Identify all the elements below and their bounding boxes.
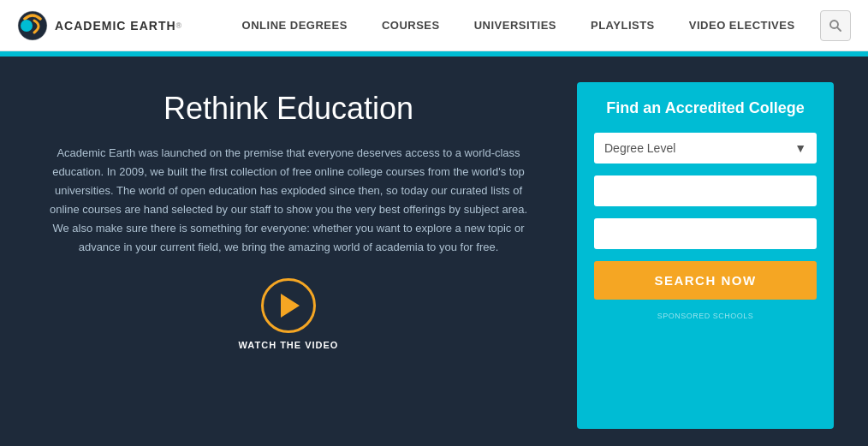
- nav-item-universities[interactable]: UNIVERSITIES: [474, 19, 556, 32]
- hero-body-text: Academic Earth was launched on the premi…: [49, 144, 528, 258]
- watch-video-label: WATCH THE VIDEO: [239, 340, 339, 350]
- logo-icon: [17, 10, 48, 41]
- sponsored-schools-label: SPONSORED SCHOOLS: [594, 312, 817, 320]
- play-icon: [281, 294, 300, 318]
- subject-select[interactable]: Subject Computer Science Mathematics Lit…: [594, 218, 817, 249]
- search-button[interactable]: [820, 10, 851, 41]
- degree-level-select[interactable]: Degree Level Associate Bachelor's Master…: [594, 133, 817, 164]
- nav-item-playlists[interactable]: PLAYLISTS: [591, 19, 655, 32]
- main-nav: ONLINE DEGREES COURSES UNIVERSITIES PLAY…: [217, 19, 820, 32]
- hero-left-panel: Rethink Education Academic Earth was lau…: [34, 82, 543, 429]
- logo[interactable]: ACADEMIC EARTH®: [17, 10, 182, 41]
- card-title: Find an Accredited College: [594, 99, 817, 117]
- nav-item-courses[interactable]: COURSES: [382, 19, 440, 32]
- logo-trademark: ®: [176, 21, 183, 30]
- logo-text: ACADEMIC EARTH: [55, 19, 176, 33]
- category-select[interactable]: Category Business Engineering Arts Scien…: [594, 175, 817, 206]
- hero-title: Rethink Education: [163, 91, 413, 127]
- watch-video-button[interactable]: WATCH THE VIDEO: [239, 278, 339, 350]
- subject-wrapper: Subject Computer Science Mathematics Lit…: [594, 218, 817, 249]
- svg-point-1: [21, 20, 33, 32]
- search-icon: [828, 18, 843, 33]
- nav-item-online-degrees[interactable]: ONLINE DEGREES: [242, 19, 348, 32]
- accredited-college-card: Find an Accredited College Degree Level …: [577, 82, 834, 429]
- nav-item-video-electives[interactable]: VIDEO ELECTIVES: [689, 19, 795, 32]
- search-now-button[interactable]: SEARCH NOW: [594, 261, 817, 300]
- svg-line-3: [837, 27, 841, 30]
- degree-level-wrapper: Degree Level Associate Bachelor's Master…: [594, 133, 817, 164]
- site-header: ACADEMIC EARTH® ONLINE DEGREES COURSES U…: [0, 0, 868, 51]
- play-circle: [261, 278, 316, 333]
- hero-section: Rethink Education Academic Earth was lau…: [0, 56, 868, 446]
- category-wrapper: Category Business Engineering Arts Scien…: [594, 175, 817, 206]
